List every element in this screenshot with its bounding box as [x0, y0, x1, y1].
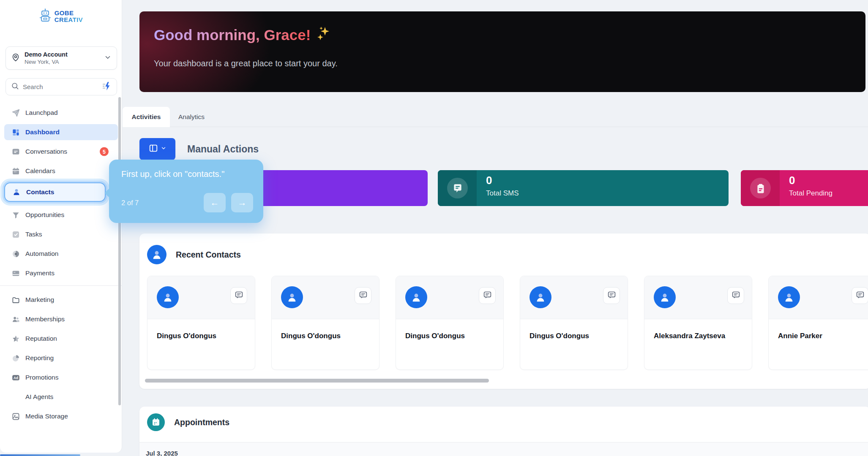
- contact-card-header: [396, 276, 503, 319]
- tooltip-next-button[interactable]: →: [231, 193, 253, 212]
- chat-bubble-icon: [359, 290, 368, 301]
- tab-analytics[interactable]: Analytics: [170, 107, 213, 127]
- sidebar-item-label: Conversations: [25, 148, 67, 155]
- stat-card-total-sms[interactable]: 0Total SMS: [438, 170, 729, 206]
- columns-layout-icon: [149, 144, 158, 155]
- sidebar-item-marketing[interactable]: Marketing: [4, 292, 118, 308]
- sidebar-item-memberships[interactable]: Memberships: [4, 311, 118, 327]
- sidebar-scrollbar[interactable]: [118, 97, 121, 405]
- contact-card-header: [520, 276, 628, 319]
- sidebar-item-launchpad[interactable]: Launchpad: [4, 105, 118, 121]
- appointments-calendar-icon: [147, 413, 165, 431]
- tab-activities[interactable]: Activities: [123, 107, 170, 127]
- send-message-button[interactable]: [852, 287, 868, 304]
- tooltip-prev-button[interactable]: ←: [204, 193, 226, 212]
- media-storage-icon: [11, 412, 20, 421]
- memberships-icon: [11, 315, 20, 323]
- sidebar-item-media-storage[interactable]: Media Storage: [4, 408, 118, 424]
- sidebar-item-payments[interactable]: Payments: [4, 265, 118, 281]
- contact-card[interactable]: Dingus O'dongus: [396, 276, 504, 370]
- stat-value: 0: [789, 174, 795, 187]
- tooltip-text: First up, click on "contacts.": [121, 169, 224, 179]
- robot-logo-icon: [39, 8, 52, 24]
- sidebar-item-label: Automation: [25, 250, 58, 258]
- tutorial-tooltip: First up, click on "contacts." 2 of 7 ← …: [109, 160, 263, 223]
- stat-label: Total SMS: [486, 189, 519, 198]
- sidebar-item-automation[interactable]: Automation: [4, 246, 118, 262]
- account-location: New York, VA: [25, 59, 104, 65]
- contact-name: Dingus O'dongus: [405, 332, 465, 340]
- sidebar-item-reporting[interactable]: Reporting: [4, 350, 118, 366]
- contacts-horizontal-scrollbar[interactable]: [145, 379, 489, 383]
- sidebar-item-calendars[interactable]: Calendars: [4, 163, 118, 179]
- greeting-banner: Good morning, Grace! Your dashboard is a…: [139, 11, 865, 92]
- send-message-button[interactable]: [479, 287, 496, 304]
- contact-avatar-icon: [530, 286, 551, 308]
- sidebar-item-opportunities[interactable]: Opportunities: [4, 207, 118, 223]
- sidebar-item-label: Reporting: [25, 354, 54, 362]
- contact-avatar-icon: [157, 286, 179, 308]
- reputation-icon: [11, 334, 20, 343]
- recent-contacts-title: Recent Contacts: [176, 250, 241, 260]
- sidebar-item-label: Media Storage: [25, 413, 68, 420]
- sidebar-item-label: Memberships: [25, 315, 65, 323]
- automation-icon: [11, 250, 20, 258]
- account-name: Demo Account: [25, 51, 104, 58]
- location-pin-icon: [11, 53, 20, 64]
- contact-card-header: [769, 276, 868, 319]
- contact-name: Annie Parker: [778, 332, 822, 340]
- greeting-title: Good morning, Grace!: [154, 26, 331, 44]
- svg-text:Ad: Ad: [13, 375, 18, 380]
- sidebar-item-promotions[interactable]: AdPromotions: [4, 369, 118, 385]
- reporting-icon: [11, 354, 20, 362]
- contact-card-header: [272, 276, 379, 319]
- sidebar-bottom-accent: [0, 454, 80, 456]
- sidebar-item-label: Reputation: [25, 335, 57, 342]
- chevron-down-icon: [161, 145, 167, 153]
- dashboard-icon: [11, 128, 20, 136]
- sidebar-item-label: Dashboard: [25, 128, 60, 136]
- sidebar-item-conversations[interactable]: Conversations5: [4, 144, 118, 160]
- contact-card[interactable]: Dingus O'dongus: [271, 276, 379, 370]
- sidebar-item-ai-agents[interactable]: AI Agents: [4, 389, 118, 405]
- chat-bubble-icon: [235, 290, 243, 301]
- sidebar-divider: [0, 285, 122, 286]
- chat-bubble-icon: [856, 290, 865, 301]
- layout-view-dropdown-button[interactable]: [139, 138, 175, 160]
- search-input[interactable]: Search: [5, 78, 117, 95]
- launchpad-icon: [11, 109, 20, 117]
- sidebar-item-label: Promotions: [25, 374, 58, 381]
- contact-card[interactable]: Dingus O'dongus: [520, 276, 628, 370]
- app-root: GOBE CREATIV Demo Account New York, VA S…: [0, 0, 868, 456]
- contact-avatar-icon: [778, 286, 800, 308]
- quick-actions-bolt-icon[interactable]: [102, 81, 112, 92]
- chat-bubble-icon: [607, 290, 616, 301]
- sidebar-item-label: Marketing: [25, 296, 54, 304]
- account-switcher[interactable]: Demo Account New York, VA: [5, 46, 117, 70]
- send-message-button[interactable]: [603, 287, 620, 304]
- marketing-icon: [11, 296, 20, 304]
- sidebar-item-tasks[interactable]: Tasks: [4, 226, 118, 242]
- stat-card-total-pending[interactable]: 0Total Pending: [741, 170, 868, 206]
- send-message-button[interactable]: [355, 287, 371, 304]
- dashboard-tabbar: ActivitiesAnalytics: [122, 107, 868, 127]
- contact-card-header: [644, 276, 752, 319]
- stat-pending-icon: [750, 178, 771, 198]
- contacts-icon: [12, 188, 21, 196]
- contact-card[interactable]: Annie Parker: [768, 276, 868, 370]
- sidebar-item-reputation[interactable]: Reputation: [4, 331, 118, 347]
- contact-card[interactable]: Dingus O'dongus: [147, 276, 255, 370]
- contact-avatar-icon: [654, 286, 676, 308]
- tasks-icon: [11, 230, 20, 239]
- payments-icon: [11, 269, 20, 277]
- section-title: Manual Actions: [187, 144, 259, 155]
- chevron-down-icon: [104, 54, 112, 63]
- stat-sms-icon: [447, 178, 468, 198]
- contact-card[interactable]: Aleksandra Zaytseva: [644, 276, 752, 370]
- sidebar-item-contacts[interactable]: Contacts: [4, 182, 106, 202]
- sidebar-item-dashboard[interactable]: Dashboard: [4, 124, 118, 140]
- send-message-button[interactable]: [230, 287, 247, 304]
- send-message-button[interactable]: [727, 287, 744, 304]
- none-icon: [11, 393, 20, 401]
- app-logo[interactable]: GOBE CREATIV: [0, 8, 122, 24]
